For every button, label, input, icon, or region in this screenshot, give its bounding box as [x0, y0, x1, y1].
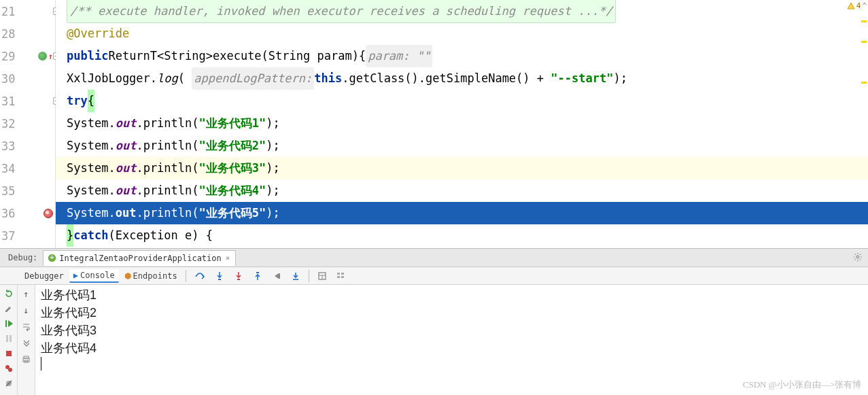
svg-rect-12	[341, 273, 344, 275]
drop-frame-icon[interactable]	[268, 270, 285, 282]
close-tab-icon[interactable]: ×	[224, 254, 232, 262]
svg-point-19	[8, 368, 12, 372]
console-output[interactable]: 业务代码1 业务代码2 业务代码3 业务代码4	[35, 285, 868, 395]
scroll-down-icon[interactable]: ↓	[20, 304, 33, 316]
soft-wrap-icon[interactable]	[20, 320, 33, 332]
debug-body: ↑ ↓ 业务代码1 业务代码2 业务代码3 业务代码4	[0, 285, 868, 395]
svg-rect-2	[218, 279, 221, 280]
console-caret	[41, 357, 41, 371]
step-out-icon[interactable]	[249, 270, 266, 282]
breakpoint-icon[interactable]	[44, 209, 53, 218]
modify-run-config-icon[interactable]	[3, 303, 15, 315]
console-line: 业务代码3	[41, 322, 863, 339]
code-content[interactable]: /** execute handler, invoked when execut…	[56, 0, 868, 248]
stop-icon[interactable]	[3, 347, 15, 360]
run-to-cursor-icon[interactable]	[287, 270, 305, 282]
line-number: 28	[1, 27, 15, 41]
editor-gutter: 21+ 28 29 ↑ − 30 31− 32 33 34 35 36 37	[0, 0, 56, 248]
svg-rect-17	[6, 351, 12, 356]
line-number: 35	[1, 184, 15, 198]
scroll-to-end-icon[interactable]	[20, 337, 33, 349]
endpoints-icon: ⬢	[124, 271, 131, 281]
error-stripe[interactable]: 4 ^	[858, 0, 868, 248]
debug-session-tabs: Debug: IntegralZentaoProviderApplication…	[0, 249, 868, 267]
warning-marker[interactable]	[861, 41, 867, 43]
warning-count-icon[interactable]: 4 ^	[847, 1, 867, 10]
doc-comment: /** execute handler, invoked when execut…	[67, 0, 616, 23]
view-breakpoints-icon[interactable]	[3, 362, 15, 375]
line-number: 31	[1, 95, 15, 108]
svg-rect-3	[237, 279, 240, 280]
svg-rect-11	[337, 276, 340, 278]
code-editor[interactable]: 21+ 28 29 ↑ − 30 31− 32 33 34 35 36 37 /…	[0, 0, 868, 248]
svg-rect-16	[10, 335, 12, 342]
line-number: 36	[1, 207, 15, 220]
line-number: 29	[1, 50, 15, 63]
annotation: @Override	[67, 22, 129, 45]
console-line: 业务代码2	[41, 304, 863, 322]
trace-current-stream-icon[interactable]	[332, 271, 351, 281]
console-tab[interactable]: ▶Console	[69, 269, 119, 283]
debugger-tab[interactable]: Debugger	[20, 270, 68, 282]
spring-boot-icon	[48, 254, 56, 262]
scroll-up-icon[interactable]: ↑	[20, 288, 33, 300]
line-number: 21	[1, 5, 15, 18]
warning-marker[interactable]	[861, 20, 867, 22]
svg-rect-5	[279, 273, 280, 279]
mute-breakpoints-icon[interactable]	[3, 377, 15, 390]
console-controls: ↑ ↓	[18, 285, 35, 395]
force-step-into-icon[interactable]	[230, 270, 247, 282]
line-number: 32	[1, 117, 15, 131]
resume-program-icon[interactable]	[3, 317, 15, 330]
svg-rect-15	[6, 335, 8, 342]
console-line: 业务代码1	[41, 286, 863, 304]
step-over-icon[interactable]	[190, 270, 209, 282]
override-method-icon[interactable]	[38, 52, 47, 61]
line-number: 30	[1, 72, 15, 86]
debug-tool-window: Debug: IntegralZentaoProviderApplication…	[0, 248, 868, 395]
debug-session-tab[interactable]: IntegralZentaoProviderApplication ×	[43, 250, 236, 266]
endpoints-tab[interactable]: ⬢Endpoints	[120, 270, 181, 282]
svg-point-1	[856, 256, 859, 258]
svg-rect-10	[337, 273, 340, 275]
debug-label: Debug:	[3, 253, 43, 262]
pause-program-icon[interactable]	[3, 332, 15, 345]
line-number: 34	[1, 162, 15, 175]
step-into-icon[interactable]	[211, 270, 228, 282]
rerun-icon[interactable]	[3, 288, 15, 300]
line-number: 33	[1, 139, 15, 153]
svg-rect-14	[5, 320, 7, 327]
debug-run-controls	[0, 285, 18, 395]
line-number: 37	[1, 229, 15, 243]
print-icon[interactable]	[20, 353, 33, 365]
warning-marker[interactable]	[861, 82, 867, 84]
debug-toolbar: Debugger ▶Console ⬢Endpoints	[0, 267, 868, 285]
console-line: 业务代码4	[41, 339, 863, 357]
svg-rect-4	[256, 272, 259, 273]
evaluate-expression-icon[interactable]	[313, 270, 331, 282]
settings-gear-icon[interactable]	[853, 252, 863, 264]
svg-rect-13	[341, 276, 344, 278]
